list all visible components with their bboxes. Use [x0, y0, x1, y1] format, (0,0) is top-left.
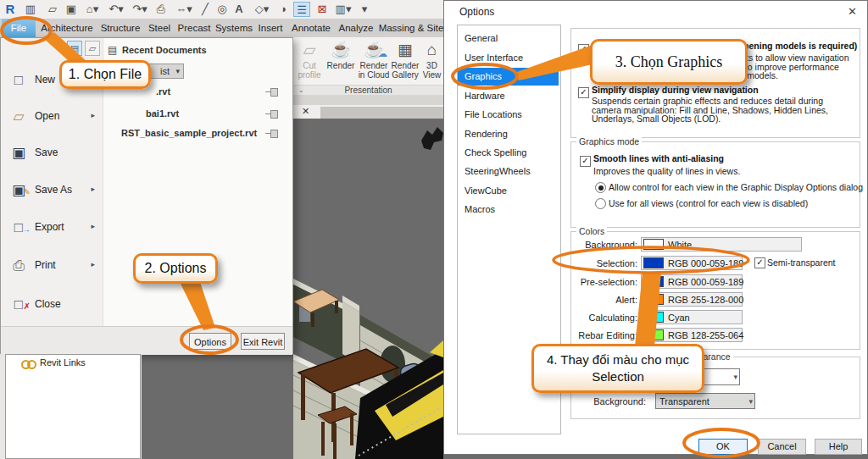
alert-swatch [643, 294, 664, 305]
alert-color-field[interactable]: RGB 255-128-000 [641, 292, 743, 307]
recent-list-view-icon[interactable]: ▤ [67, 41, 82, 56]
menu-item-print[interactable]: ⎙ Print ▸ [1, 250, 102, 282]
tab-structure[interactable]: Structure [97, 19, 144, 37]
callout-1: 1. Chọn File [59, 60, 151, 89]
pin-icon[interactable] [265, 130, 278, 137]
tab-insert[interactable]: Insert [254, 19, 287, 37]
callout-2: 2. Options [133, 253, 218, 284]
tab-systems[interactable]: Systems [214, 19, 254, 37]
help-button[interactable]: Help [815, 439, 862, 455]
section-icon[interactable]: ◑ [275, 2, 292, 17]
sidebar-item-steeringwheels[interactable]: SteeringWheels [458, 163, 559, 180]
sidebar-item-user-interface[interactable]: User Interface [458, 49, 559, 67]
use-all-views-radio[interactable] [595, 198, 606, 209]
recent-file-2[interactable]: bai1.rvt [146, 108, 179, 119]
cloud-icon: ☁ [378, 49, 387, 58]
measure-icon[interactable]: ⇔▾ [173, 2, 195, 17]
tab-annotate[interactable]: Annotate [288, 19, 334, 37]
sidebar-item-file-locations[interactable]: File Locations [458, 106, 559, 124]
thin-lines-icon[interactable]: ☰ [293, 2, 310, 17]
menu-item-export[interactable]: □→ Export ▸ [1, 212, 102, 244]
house-icon: ⌂ [420, 39, 443, 61]
close-view-icon[interactable]: ✕ [302, 106, 309, 117]
recent-file-1[interactable]: .rvt [156, 86, 170, 97]
calculating-color-field[interactable]: Cyan [641, 310, 743, 324]
view-3d-button[interactable]: ⌂ 3D View [420, 39, 443, 80]
project-browser: Revit Links [0, 354, 142, 459]
red-x-icon: ✗ [24, 296, 31, 317]
pencil-icon: ✎ [24, 182, 31, 202]
sidebar-item-rendering[interactable]: Rendering [458, 125, 559, 143]
qat-customize-icon[interactable]: ▾ [356, 2, 373, 17]
sidebar-item-hardware[interactable]: Hardware [458, 87, 559, 105]
tab-precast[interactable]: Precast [175, 19, 214, 37]
cut-profile-button: ▱ Cut profile [295, 39, 324, 80]
screen: R ▥ ▱ ▣ ⌂▾ ↶▾ ↷▾ ⎙ ⇔▾ ╱ ◎ A ◇▾ ◑ ☰ ⊠ ▥▾ … [0, 0, 868, 459]
close-doc-icon: □✗ [9, 295, 28, 315]
background-color-field[interactable]: White [641, 237, 802, 252]
menu-item-close[interactable]: □✗ Close [1, 289, 102, 321]
tab-architecture[interactable]: Architecture [37, 19, 97, 37]
redo-icon[interactable]: ↷▾ [129, 2, 151, 17]
new-icon: □ [9, 70, 28, 91]
sync-icon[interactable]: ⌂▾ [81, 2, 103, 17]
tab-analyze[interactable]: Analyze [336, 19, 376, 37]
simplify-display-desc: Suspends certain graphic effects and red… [592, 97, 851, 124]
recent-documents-icon: ▤ [108, 44, 117, 56]
semi-transparent-checkbox[interactable]: ✓ [754, 257, 765, 268]
switch-windows-icon[interactable]: ▥▾ [332, 2, 354, 17]
render-gallery-button[interactable]: ▦ Render Gallery [390, 39, 420, 80]
recent-folder-view-icon[interactable]: ▱ [85, 41, 100, 56]
revit-logo[interactable]: R [2, 2, 19, 17]
close-hidden-icon[interactable]: ⊠ [314, 2, 331, 17]
callout-3: 3. Chọn Graphics [590, 39, 748, 85]
rebar-editing-color-field[interactable]: RGB 128-255-064 [641, 328, 743, 342]
dialog-close-icon[interactable]: ✕ [848, 5, 857, 18]
undo-icon[interactable]: ↶▾ [105, 2, 127, 17]
simplify-display-checkbox[interactable]: ✓ [578, 87, 589, 98]
dimension-icon[interactable]: ╱ [197, 2, 214, 17]
view-tab[interactable] [320, 107, 443, 119]
render-in-cloud-button[interactable]: ☕ ☁ Render in Cloud [358, 39, 390, 80]
view3d-icon[interactable]: ◇▾ [251, 2, 273, 17]
pin-icon[interactable] [265, 110, 278, 118]
allow-navigation-checkbox[interactable]: ✓ [578, 44, 589, 55]
open-icon[interactable]: ▱ [44, 2, 61, 17]
text-icon[interactable]: A [231, 2, 248, 17]
selection-color-label: Selection: [563, 258, 637, 268]
file-tabs-icon[interactable]: ▥ [22, 2, 39, 17]
sidebar-item-macros[interactable]: Macros [458, 201, 559, 218]
exit-revit-button[interactable]: Exit Revit [241, 333, 285, 350]
pre-selection-color-field[interactable]: RGB 000-059-189 [641, 274, 743, 289]
sidebar-item-viewcube[interactable]: ViewCube [458, 182, 559, 200]
tab-steel[interactable]: Steel [144, 19, 175, 37]
menu-item-save-as[interactable]: ▣✎ Save As ▸ [1, 174, 102, 207]
allow-control-radio[interactable] [595, 182, 606, 193]
tag-icon[interactable]: ◎ [214, 2, 231, 17]
smooth-lines-checkbox[interactable]: ✓ [580, 156, 591, 167]
menu-item-save[interactable]: ▣ Save [1, 137, 102, 169]
menu-item-open[interactable]: ▱ Open ▸ [1, 101, 102, 133]
alert-color-label: Alert: [563, 295, 637, 305]
tab-file[interactable]: File [2, 19, 36, 37]
file-menu-footer: Options Exit Revit [1, 326, 292, 355]
browser-item-revit-links[interactable]: Revit Links [40, 357, 86, 368]
sidebar-item-general[interactable]: General [458, 30, 559, 47]
ok-button[interactable]: OK [698, 439, 748, 455]
recent-file-3[interactable]: RST_basic_sample_project.rvt [121, 128, 257, 138]
pin-icon[interactable] [265, 88, 278, 96]
selection-color-field[interactable]: RGB 000-059-189 [641, 256, 743, 270]
revit-links-icon [21, 357, 36, 373]
cancel-button[interactable]: Cancel [758, 439, 806, 455]
use-all-views-label: Use for all views (control for each view… [609, 199, 808, 208]
sidebar-item-graphics[interactable]: Graphics [458, 68, 559, 86]
tab-massing-site[interactable]: Massing & Site [378, 19, 444, 37]
print-icon[interactable]: ⎙ [153, 2, 170, 17]
simplify-display-label: Simplify display during view navigation [592, 85, 759, 95]
graphics-mode-title: Graphics mode [576, 136, 642, 147]
save-icon[interactable]: ▣ [63, 2, 80, 17]
temp-dim-background-dropdown[interactable]: Transparent ▾ [655, 393, 755, 409]
render-button[interactable]: ☕ Render [326, 39, 356, 70]
sidebar-item-check-spelling[interactable]: Check Spelling [458, 144, 559, 162]
options-button[interactable]: Options [189, 333, 231, 350]
